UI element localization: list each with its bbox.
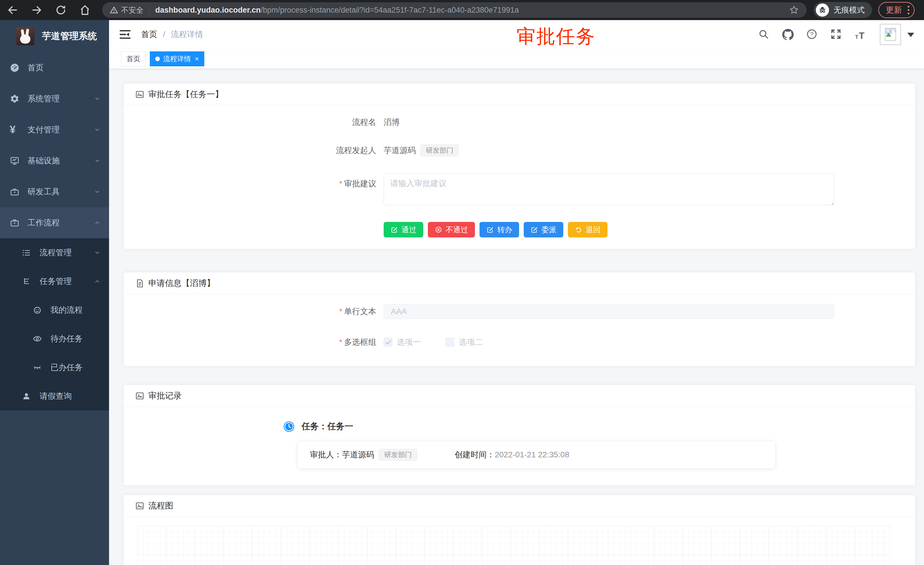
chevron-down-icon bbox=[94, 158, 100, 164]
back-button[interactable] bbox=[6, 3, 20, 17]
delegate-button[interactable]: 委派 bbox=[524, 222, 563, 237]
created-time: 2022-01-21 22:35:08 bbox=[495, 450, 569, 459]
page-url: dashboard.yudao.iocoder.cn/bpm/process-i… bbox=[155, 6, 519, 15]
clock-icon bbox=[283, 421, 295, 432]
sidebar-item-payment-mgmt[interactable]: ¥ 支付管理 bbox=[0, 114, 109, 145]
record-panel: 审批人： 芋道源码 研发部门 创建时间： 2022-01-21 22:35:08 bbox=[298, 441, 776, 469]
security-warning[interactable]: 不安全 bbox=[110, 5, 144, 15]
avatar[interactable] bbox=[880, 24, 901, 45]
single-line-text-input: AAA bbox=[384, 304, 834, 319]
home-button[interactable] bbox=[78, 3, 92, 17]
timeline-item: 任务：任务一 bbox=[283, 421, 904, 432]
chevron-down-icon bbox=[94, 189, 100, 195]
required-asterisk: * bbox=[339, 338, 342, 347]
sidebar-item-leave-query[interactable]: 请假查询 bbox=[0, 382, 109, 410]
monitor-icon bbox=[10, 156, 27, 166]
sidebar-item-infrastructure[interactable]: 基础设施 bbox=[0, 145, 109, 176]
approver-name: 芋道源码 bbox=[342, 449, 374, 460]
return-button[interactable]: 退回 bbox=[568, 222, 608, 237]
active-tab-dot bbox=[155, 57, 160, 61]
picture-icon bbox=[135, 90, 144, 99]
question-circle-icon: ? bbox=[806, 29, 817, 40]
checkbox-group-label: *多选框组 bbox=[135, 337, 376, 348]
browser-menu-icon[interactable] bbox=[908, 6, 909, 14]
sidebar-item-process-mgmt[interactable]: 流程管理 bbox=[0, 238, 109, 267]
approval-actions: 通过 不通过 转办 委派 bbox=[384, 222, 904, 237]
sidebar-item-todo-tasks[interactable]: 待办任务 bbox=[0, 325, 109, 353]
sidebar-item-home[interactable]: 首页 bbox=[0, 52, 109, 83]
task-title: 任务：任务一 bbox=[302, 421, 353, 432]
sidebar-item-dev-tools[interactable]: 研发工具 bbox=[0, 176, 109, 207]
bookmark-star-icon[interactable] bbox=[789, 5, 799, 15]
tab-process-detail[interactable]: 流程详情 × bbox=[150, 51, 204, 66]
eye-icon bbox=[33, 334, 51, 343]
search-button[interactable] bbox=[758, 29, 770, 40]
breadcrumb: 首页 / 流程详情 bbox=[141, 29, 203, 40]
browser-chrome: 不安全 dashboard.yudao.iocoder.cn/bpm/proce… bbox=[0, 0, 924, 20]
sidebar-item-my-process[interactable]: 我的流程 bbox=[0, 296, 109, 325]
picture-icon bbox=[135, 391, 144, 401]
process-name-value: 滔博 bbox=[384, 117, 400, 128]
update-button[interactable]: 更新 bbox=[878, 2, 915, 18]
reload-button[interactable] bbox=[54, 3, 68, 17]
approve-button[interactable]: 通过 bbox=[384, 222, 423, 237]
user-icon bbox=[22, 392, 40, 401]
avatar-dropdown-caret[interactable] bbox=[908, 33, 914, 41]
sidebar-item-workflow[interactable]: 工作流程 bbox=[0, 207, 109, 238]
apply-info-card: 申请信息【滔博】 *单行文本 AAA *多选框组 bbox=[123, 272, 915, 366]
incognito-label: 无痕模式 bbox=[834, 5, 865, 15]
back-arrow-icon bbox=[7, 4, 18, 16]
help-button[interactable]: ? bbox=[806, 29, 818, 40]
card-title: 审批记录 bbox=[148, 390, 182, 402]
checkbox-group: 选项一 选项二 bbox=[384, 337, 508, 348]
chevron-up-icon bbox=[94, 219, 100, 226]
bpmn-diagram-canvas[interactable] bbox=[138, 526, 892, 565]
breadcrumb-home[interactable]: 首页 bbox=[141, 29, 157, 40]
approval-records-card: 审批记录 任务：任务一 审批人： 芋道源码 研发部门 创建时间： 2022-01… bbox=[123, 385, 915, 485]
fold-sidebar-button[interactable] bbox=[119, 28, 131, 41]
initiator-label: 流程发起人 bbox=[135, 145, 376, 156]
github-icon bbox=[782, 29, 794, 40]
font-size-button[interactable]: TT bbox=[855, 29, 866, 40]
transfer-button[interactable]: 转办 bbox=[480, 222, 519, 237]
circle-close-icon bbox=[435, 226, 442, 233]
comment-textarea[interactable] bbox=[384, 173, 834, 205]
reload-icon bbox=[55, 4, 67, 16]
approver-label: 审批人： bbox=[310, 449, 342, 460]
url-bar[interactable]: 不安全 dashboard.yudao.iocoder.cn/bpm/proce… bbox=[102, 2, 807, 18]
toolbox-icon bbox=[10, 187, 27, 197]
checkbox-unchecked-icon bbox=[446, 338, 454, 347]
card-title: 申请信息【滔博】 bbox=[148, 278, 215, 289]
tree-icon bbox=[22, 277, 40, 286]
tab-home[interactable]: 首页 bbox=[121, 51, 146, 66]
fullscreen-button[interactable] bbox=[831, 29, 842, 40]
github-button[interactable] bbox=[782, 29, 794, 40]
forward-button[interactable] bbox=[30, 3, 44, 17]
created-label: 创建时间： bbox=[454, 449, 495, 460]
list-icon bbox=[22, 248, 40, 257]
sidebar-item-task-mgmt[interactable]: 任务管理 bbox=[0, 267, 109, 296]
font-size-icon: TT bbox=[855, 29, 866, 40]
hamburger-fold-icon bbox=[119, 28, 131, 41]
navbar: 首页 / 流程详情 审批任务 ? TT bbox=[109, 20, 924, 49]
edit-icon bbox=[390, 226, 398, 233]
chevron-down-icon bbox=[94, 96, 100, 102]
comment-label: *审批建议 bbox=[135, 178, 376, 189]
text-field-label: *单行文本 bbox=[135, 306, 376, 317]
sidebar-item-system-mgmt[interactable]: 系统管理 bbox=[0, 83, 109, 114]
chevron-up-icon bbox=[94, 278, 100, 284]
chevron-down-icon bbox=[94, 249, 100, 256]
breadcrumb-current: 流程详情 bbox=[171, 29, 203, 40]
eye-closed-icon bbox=[33, 363, 51, 372]
initiator-dept-tag: 研发部门 bbox=[420, 144, 459, 156]
initiator-name: 芋道源码 bbox=[384, 145, 416, 156]
svg-text:?: ? bbox=[810, 31, 813, 37]
app-logo[interactable]: 芋道管理系统 bbox=[0, 20, 109, 52]
close-icon[interactable]: × bbox=[195, 56, 199, 62]
briefcase-icon bbox=[10, 218, 27, 228]
divider bbox=[149, 6, 150, 14]
sidebar-item-done-tasks[interactable]: 已办任务 bbox=[0, 353, 109, 382]
required-asterisk: * bbox=[339, 179, 342, 188]
reject-button[interactable]: 不通过 bbox=[428, 222, 475, 237]
approval-task-card: 审批任务【任务一】 流程名 滔博 流程发起人 芋道源码 研发部门 bbox=[123, 83, 915, 249]
